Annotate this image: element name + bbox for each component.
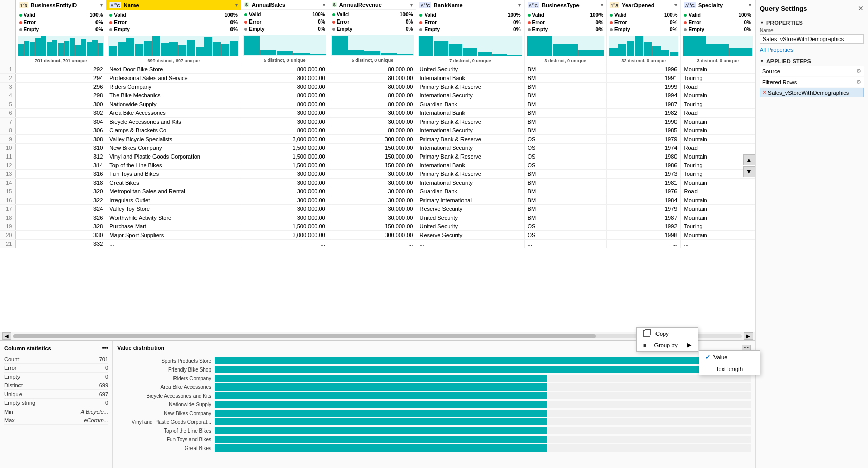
submenu-value[interactable]: ✓ Value (699, 351, 760, 363)
col-title-yearopened[interactable]: 123 YearOpened ▾ (607, 0, 680, 10)
context-menu-groupby[interactable]: ≡ Group by ▶ ✓ Value Text length (637, 339, 698, 351)
dist-bar-wrap-9 (215, 436, 751, 443)
col-header-bankname: ABC BankName ▾ Valid100% Error0% Empty0% (416, 0, 524, 65)
cell-annualsales: 800,000.00 (241, 65, 329, 74)
step-sales-vstore-delete-icon[interactable]: ✕ (762, 89, 767, 96)
scroll-right-btn[interactable]: ▶ (744, 332, 753, 340)
cell-name: Next-Door Bike Store (106, 65, 241, 74)
col-stats-label: Column statistics (4, 345, 51, 352)
scroll-up-btn[interactable]: ▲ (743, 154, 755, 165)
cell-businessentityid: 332 (15, 240, 106, 248)
cell-name: Fun Toys and Bikes (106, 170, 241, 179)
step-sales-vstore[interactable]: ✕ Sales_vStoreWithDemographics (760, 88, 864, 98)
table-row: 19 328 Purchase Mart 1,500,000.00 150,00… (0, 222, 755, 231)
col-title-bankname[interactable]: ABC BankName ▾ (416, 0, 524, 10)
left-panel: 123 BusinessEntityID ▾ Valid100% Error0%… (0, 0, 755, 468)
col-title-name[interactable]: ABC Name ▾ (106, 0, 241, 10)
cell-annualsales: 800,000.00 (241, 74, 329, 83)
row-num-cell: 13 (0, 170, 15, 179)
scroll-left-btn[interactable]: ◀ (2, 332, 11, 340)
cell-businessentityid: 292 (15, 65, 106, 74)
filter-btn-bankname[interactable]: ▾ (518, 2, 521, 8)
cell-businessentityid: 306 (15, 126, 106, 135)
cell-businesstype: OS (524, 152, 606, 161)
stat-count-value: 701 (99, 356, 108, 362)
stat-max-value: eComm... (84, 417, 108, 423)
cell-businesstype: BM (524, 118, 606, 126)
cell-annualrevenue: 300,000.00 (329, 231, 416, 240)
step-filtered-rows-gear-icon[interactable]: ⚙ (856, 79, 861, 85)
filter-btn-name[interactable]: ▾ (235, 2, 238, 8)
type-icon-123: 123 (19, 2, 28, 8)
col-title-specialty[interactable]: ABC Specialty ▾ (681, 0, 755, 10)
name-prop-value: Sales_vStoreWithDemographics (760, 34, 864, 44)
col-label-annualrevenue: AnnualRevenue (339, 2, 382, 8)
histogram-annualrevenue (331, 35, 414, 56)
context-menu-copy[interactable]: Copy (637, 328, 698, 339)
col-distinct-name: 699 distinct, 697 unique (106, 57, 241, 65)
query-settings-close-btn[interactable]: ✕ (858, 4, 864, 12)
col-header-annualrevenue: $ AnnualRevenue ▾ Valid100% Error0% Empt… (329, 0, 416, 65)
col-title-annualrevenue[interactable]: $ AnnualRevenue ▾ (329, 0, 416, 10)
hscroll-thumb (13, 334, 596, 338)
cell-annualsales: 300,000.00 (241, 170, 329, 179)
all-properties-link[interactable]: All Properties (760, 47, 864, 53)
hscroll-track[interactable] (13, 334, 742, 338)
filter-btn-annualsales[interactable]: ▾ (323, 2, 325, 8)
cell-businessentityid: 314 (15, 161, 106, 170)
filter-btn-businessentityid[interactable]: ▾ (100, 2, 103, 8)
dist-label-7: Vinyl and Plastic Goods Corporat... (117, 419, 215, 425)
col-title-businessentityid[interactable]: 123 BusinessEntityID ▾ (16, 0, 106, 10)
filter-btn-businesstype[interactable]: ▾ (601, 2, 603, 8)
col-title-businesstype[interactable]: ABC BusinessType ▾ (525, 0, 606, 10)
dist-bar-wrap-0 (215, 357, 751, 364)
properties-chevron-icon: ▼ (760, 20, 764, 25)
col-label-name: Name (124, 2, 139, 8)
col-title-annualsales[interactable]: $ AnnualSales ▾ (241, 0, 329, 10)
dist-bar-6 (215, 410, 547, 417)
cell-specialty: Road (681, 144, 755, 152)
cell-annualsales: 3,000,000.00 (241, 231, 329, 240)
step-source[interactable]: Source ⚙ (760, 66, 864, 76)
cell-name: Professional Sales and Service (106, 74, 241, 83)
table-row: 18 326 Worthwhile Activity Store 300,000… (0, 213, 755, 222)
col-stats-name: Valid100% Error0% Empty0% (106, 10, 241, 35)
cell-specialty: Mountain (681, 118, 755, 126)
dist-bar-7 (215, 418, 547, 425)
filter-btn-annualrevenue[interactable]: ▾ (410, 2, 413, 8)
cell-businessentityid: 322 (15, 196, 106, 205)
row-num-cell: 9 (0, 135, 15, 144)
histogram-bankname (418, 36, 522, 56)
col-stats-options-btn[interactable]: ••• (102, 345, 108, 352)
step-filtered-rows[interactable]: Filtered Rows ⚙ (760, 77, 864, 87)
cell-yearopened: 1986 (607, 161, 681, 170)
dist-bar-row: Great Bikes (117, 444, 751, 452)
cell-annualrevenue: 80,000.00 (329, 100, 416, 109)
stat-emptystring-label: Empty string (4, 400, 35, 406)
col-distinct-businesstype: 3 distinct, 0 unique (525, 57, 606, 65)
stat-distinct-row: Distinct 699 (4, 381, 108, 390)
properties-section-label: PROPERTIES (766, 20, 803, 26)
histogram-businessentityid (18, 36, 104, 56)
filter-btn-specialty[interactable]: ▾ (749, 2, 751, 8)
col-stats-annualrevenue: Valid100% Error0% Empty0% (329, 10, 416, 34)
cell-bankname: International Security (416, 179, 524, 187)
col-header-businessentityid: 123 BusinessEntityID ▾ Valid100% Error0%… (15, 0, 106, 65)
filter-btn-yearopened[interactable]: ▾ (674, 2, 677, 8)
dist-bar-row: Vinyl and Plastic Goods Corporat... (117, 418, 751, 425)
cell-businesstype: BM (524, 109, 606, 118)
stat-unique-value: 697 (99, 391, 108, 397)
step-source-gear-icon[interactable]: ⚙ (856, 68, 861, 74)
table-scroll[interactable]: 123 BusinessEntityID ▾ Valid100% Error0%… (0, 0, 755, 332)
table-row: 15 320 Metropolitan Sales and Rental 300… (0, 187, 755, 196)
row-num-cell: 5 (0, 100, 15, 109)
table-body: 1 292 Next-Door Bike Store 800,000.00 80… (0, 65, 755, 248)
scroll-down-btn[interactable]: ▼ (743, 166, 755, 177)
cell-bankname: Guardian Bank (416, 187, 524, 196)
col-header-specialty: ABC Specialty ▾ Valid100% Error0% Empty0… (681, 0, 755, 65)
cell-bankname: International Security (416, 144, 524, 152)
submenu-text-length[interactable]: Text length (699, 363, 760, 375)
stat-error-label: Error (4, 365, 16, 371)
submenu-value-label: Value (713, 354, 727, 360)
dist-label-2: Riders Company (117, 376, 215, 381)
